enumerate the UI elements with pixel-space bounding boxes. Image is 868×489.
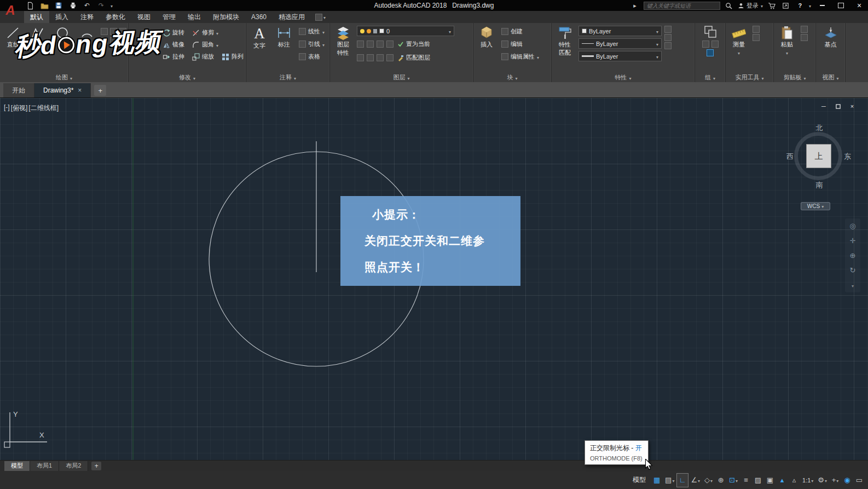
panel-label-clipboard[interactable]: 剪贴板 (774, 73, 815, 82)
panel-label-draw[interactable]: 绘图 (0, 73, 128, 82)
auto-scale-toggle[interactable]: ▵ (789, 474, 800, 487)
paste-button[interactable]: 粘贴 (776, 25, 798, 56)
file-tab-start[interactable]: 开始 (3, 83, 34, 97)
panel-label-view[interactable]: 视图 (816, 73, 845, 82)
edit-attributes-button[interactable]: 编辑属性 (500, 51, 540, 62)
restore-button[interactable] (833, 1, 848, 10)
new-drawing-tab-button[interactable]: + (94, 85, 106, 96)
app-store-cart-icon[interactable] (766, 1, 777, 10)
array-button[interactable]: 阵列 (221, 51, 246, 62)
tab-output[interactable]: 输出 (182, 11, 207, 23)
viewport-style-control[interactable]: [二维线框] (28, 103, 59, 113)
panel-label-annotate[interactable]: 注释 (246, 73, 329, 82)
drawing-canvas[interactable]: [-] [俯视] [二维线框] ─ × 小提示： 关闭正交开关和二维参 照点开关… (0, 97, 868, 460)
graphics-performance-toggle[interactable]: ◉ (842, 474, 853, 487)
viewcube-east[interactable]: 东 (844, 152, 851, 162)
drawing-restore-icon[interactable] (834, 102, 842, 110)
layer-tool-icon[interactable] (357, 54, 364, 61)
rotate-button[interactable]: 旋转 (161, 27, 186, 38)
zoom-icon[interactable]: ⊕ (850, 251, 856, 260)
new-layout-button[interactable]: + (91, 462, 101, 470)
panel-label-layers[interactable]: 图层 (330, 73, 473, 82)
layer-tool-icon[interactable] (367, 54, 374, 61)
drawing-minimize-icon[interactable]: ─ (820, 102, 828, 110)
match-layer-button[interactable]: 匹配图层 (396, 52, 431, 64)
viewcube-west[interactable]: 西 (786, 152, 794, 162)
layer-tool-icon[interactable] (377, 54, 384, 61)
help-icon[interactable]: ? (795, 1, 806, 10)
tab-parametric[interactable]: 参数化 (100, 11, 131, 23)
panel-label-properties[interactable]: 特性 (552, 73, 695, 82)
object-snap-toggle[interactable]: ⊡ (727, 474, 739, 487)
layer-tool-icon[interactable] (367, 41, 374, 48)
transparency-toggle[interactable]: ▨ (753, 474, 763, 487)
create-block-button[interactable]: 创建 (500, 26, 540, 37)
clean-screen-toggle[interactable]: ▭ (854, 474, 865, 487)
autocad-logo-menu[interactable]: A (0, 0, 21, 21)
group-selection-toggle-icon[interactable] (707, 49, 714, 56)
tab-a360[interactable]: A360 (245, 11, 273, 23)
wcs-menu[interactable]: WCS (801, 202, 830, 210)
copy-icon[interactable] (801, 34, 808, 41)
annotation-monitor-toggle[interactable]: + (830, 474, 841, 487)
lineweight-combo[interactable]: ByLayer (578, 51, 662, 61)
drawing-close-icon[interactable]: × (848, 102, 856, 110)
layout-tab-model[interactable]: 模型 (4, 461, 30, 471)
panel-label-utilities[interactable]: 实用工具 (726, 73, 773, 82)
search-input[interactable] (644, 2, 720, 10)
stretch-button[interactable]: 拉伸 (161, 51, 186, 62)
ungroup-icon[interactable] (702, 41, 709, 48)
viewcube-south[interactable]: 南 (786, 180, 852, 190)
object-snap-tracking-toggle[interactable]: ⊕ (715, 474, 726, 487)
exchange-apps-icon[interactable] (780, 1, 791, 10)
scale-button[interactable]: 缩放 (191, 51, 215, 62)
insert-block-button[interactable]: 插入 (476, 25, 497, 48)
linetype-combo[interactable]: ByLayer (578, 38, 662, 49)
tab-insert[interactable]: 插入 (49, 11, 74, 23)
layout-tab-layout2[interactable]: 布局2 (59, 461, 88, 471)
tab-home[interactable]: 默认 (24, 11, 49, 23)
layer-select-combo[interactable]: 0 (357, 26, 454, 36)
viewcube[interactable]: 北 上 西 东 南 (786, 123, 852, 190)
save-icon[interactable] (54, 1, 63, 10)
workspace-switching-button[interactable]: ⚙ (816, 474, 829, 487)
trim-button[interactable]: 修剪 (191, 27, 219, 38)
properties-tool-icon[interactable] (664, 42, 672, 49)
layer-tool-icon[interactable] (357, 41, 364, 48)
measure-button[interactable]: 测量 (728, 25, 750, 56)
undo-icon[interactable]: ↶ (82, 1, 92, 10)
layer-tool-icon[interactable] (377, 41, 384, 48)
snap-toggle[interactable]: ▤ (663, 474, 676, 487)
navbar-more-icon[interactable] (852, 281, 854, 289)
selection-cycling-toggle[interactable]: ▣ (765, 474, 776, 487)
grid-toggle[interactable]: ▦ (651, 474, 662, 487)
quick-calc-icon[interactable] (753, 34, 760, 41)
properties-transparency-icon[interactable] (664, 34, 672, 41)
properties-list-icon[interactable] (664, 26, 672, 33)
fillet-button[interactable]: 圆角 (191, 39, 219, 50)
isometric-drafting-toggle[interactable]: ◇ (703, 474, 714, 487)
group-edit-icon[interactable] (711, 41, 719, 48)
tab-view[interactable]: 视图 (131, 11, 157, 23)
open-file-icon[interactable] (39, 1, 49, 10)
pan-icon[interactable]: ✛ (850, 237, 856, 245)
tab-featured-apps[interactable]: 精选应用 (273, 11, 311, 23)
orbit-icon[interactable]: ↻ (850, 266, 856, 274)
ortho-toggle[interactable]: ∟ (677, 474, 688, 487)
ribbon-display-toggle[interactable] (311, 11, 330, 23)
set-current-layer-button[interactable]: 置为当前 (396, 38, 431, 50)
linear-dim-button[interactable]: 线性 (298, 26, 326, 37)
steering-wheel-icon[interactable]: ◎ (849, 222, 855, 230)
group-icon[interactable] (703, 25, 717, 39)
minimize-button[interactable] (814, 1, 830, 10)
text-button[interactable]: A 文字 (248, 25, 270, 49)
search-icon[interactable] (724, 1, 734, 10)
base-view-button[interactable]: 基点 (820, 25, 842, 48)
status-model-button[interactable]: 模型 (633, 475, 646, 485)
close-button[interactable] (852, 1, 867, 10)
sign-in-button[interactable]: 登录 (738, 2, 763, 10)
infocenter-collapse-icon[interactable]: ▸ (629, 1, 640, 10)
layer-tool-icon[interactable] (386, 54, 394, 61)
help-dropdown-icon[interactable] (809, 2, 811, 9)
qat-customize-icon[interactable] (111, 2, 113, 9)
